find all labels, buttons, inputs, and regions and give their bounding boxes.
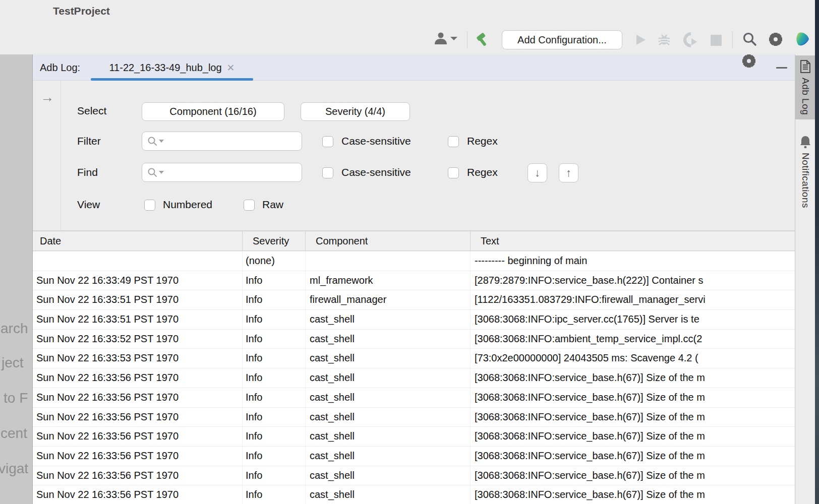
table-row[interactable]: Sun Nov 22 16:33:52 PST 1970Infocast_she… bbox=[33, 330, 795, 349]
stop-icon[interactable] bbox=[710, 34, 722, 46]
filter-input[interactable] bbox=[165, 132, 302, 150]
cell-severity: Info bbox=[243, 447, 306, 466]
cell-component: cast_shell bbox=[306, 485, 471, 504]
profiler-icon[interactable] bbox=[683, 32, 698, 47]
component-filter-button[interactable]: Component (16/16) bbox=[142, 102, 284, 121]
cell-text: [1122/163351.083729:INFO:firewall_manage… bbox=[471, 290, 795, 309]
cell-text: [2879:2879:INFO:service_base.h(222)] Con… bbox=[471, 271, 795, 290]
filter-regex-checkbox[interactable] bbox=[448, 136, 459, 147]
filter-label: Filter bbox=[77, 135, 101, 147]
search-icon bbox=[147, 167, 157, 177]
background-window-strip: arch ject to F cent vigat bbox=[0, 54, 32, 504]
cell-severity: Info bbox=[243, 427, 306, 446]
background-text-fragment: vigat bbox=[0, 461, 28, 477]
cell-severity: Info bbox=[243, 485, 306, 504]
tool-window-label: Adb Log: bbox=[40, 54, 80, 81]
cell-date: Sun Nov 22 16:33:56 PST 1970 bbox=[33, 408, 243, 427]
column-header-date[interactable]: Date bbox=[33, 231, 243, 250]
find-previous-button[interactable]: ↑ bbox=[559, 163, 578, 182]
severity-filter-button[interactable]: Severity (4/4) bbox=[301, 102, 410, 121]
cell-severity: Info bbox=[243, 466, 306, 485]
column-header-text[interactable]: Text bbox=[471, 231, 795, 250]
minimize-icon[interactable] bbox=[776, 67, 787, 69]
collapse-arrow-icon[interactable]: → bbox=[40, 90, 54, 105]
search-everywhere-icon[interactable] bbox=[742, 32, 757, 47]
table-row[interactable]: Sun Nov 22 16:33:56 PST 1970Infocast_she… bbox=[33, 485, 795, 504]
cell-text: [3068:3068:INFO:service_base.h(67)] Size… bbox=[471, 408, 795, 427]
find-regex-label: Regex bbox=[467, 166, 498, 178]
filter-regex-label: Regex bbox=[467, 135, 498, 147]
select-label: Select bbox=[77, 105, 106, 117]
raw-label: Raw bbox=[262, 199, 283, 211]
cell-severity: (none) bbox=[243, 251, 306, 271]
cell-component bbox=[306, 251, 471, 271]
cell-date: Sun Nov 22 16:33:56 PST 1970 bbox=[33, 447, 243, 466]
find-regex-checkbox[interactable] bbox=[448, 167, 459, 178]
table-row[interactable]: Sun Nov 22 16:33:53 PST 1970Infocast_she… bbox=[33, 349, 795, 368]
toolbar-separator bbox=[467, 31, 467, 48]
table-row[interactable]: Sun Nov 22 16:33:56 PST 1970Infocast_she… bbox=[33, 427, 795, 447]
cell-date: Sun Nov 22 16:33:56 PST 1970 bbox=[33, 368, 243, 388]
bell-icon bbox=[799, 135, 811, 148]
table-row[interactable]: Sun Nov 22 16:33:56 PST 1970Infocast_she… bbox=[33, 388, 795, 408]
stripe-item-adb-log[interactable]: Adb Log bbox=[795, 55, 815, 119]
cell-component: cast_shell bbox=[306, 408, 471, 427]
cell-text: [3068:3068:INFO:service_base.h(67)] Size… bbox=[471, 466, 795, 485]
build-hammer-icon[interactable] bbox=[475, 31, 491, 47]
user-dropdown-caret-icon[interactable] bbox=[450, 37, 457, 40]
tab-close-icon[interactable]: ✕ bbox=[227, 62, 235, 74]
find-case-sensitive-checkbox[interactable] bbox=[322, 167, 333, 178]
window-title: TestProject bbox=[53, 5, 110, 17]
run-icon[interactable] bbox=[634, 33, 647, 46]
background-text-fragment: arch bbox=[1, 321, 28, 337]
filter-case-sensitive-checkbox[interactable] bbox=[322, 136, 333, 147]
filter-search-field[interactable] bbox=[142, 132, 302, 151]
add-configuration-button[interactable]: Add Configuration... bbox=[502, 30, 622, 49]
user-profile-icon[interactable] bbox=[433, 31, 448, 45]
cell-component: cast_shell bbox=[306, 330, 471, 349]
cell-component: cast_shell bbox=[306, 466, 471, 485]
title-bar: TestProject Add Configuration... bbox=[0, 0, 815, 54]
find-input[interactable] bbox=[165, 163, 302, 181]
search-history-caret-icon[interactable] bbox=[159, 140, 164, 143]
cell-date: Sun Nov 22 16:33:56 PST 1970 bbox=[33, 427, 243, 446]
panel-gutter: → bbox=[33, 81, 61, 230]
log-file-tab[interactable]: 11-22_16-33-49_hub_log ✕ bbox=[91, 54, 253, 81]
cell-component: firewall_manager bbox=[306, 290, 471, 309]
cell-component: cast_shell bbox=[306, 310, 471, 329]
document-icon bbox=[800, 60, 811, 73]
cell-severity: Info bbox=[243, 310, 306, 329]
table-row[interactable]: (none)--------- beginning of main bbox=[33, 251, 795, 271]
table-row[interactable]: Sun Nov 22 16:33:49 PST 1970Infoml_frame… bbox=[33, 271, 795, 291]
cell-text: [3068:3068:INFO:service_base.h(67)] Size… bbox=[471, 388, 795, 407]
cell-severity: Info bbox=[243, 408, 306, 427]
tab-title: 11-22_16-33-49_hub_log bbox=[109, 62, 221, 74]
settings-gear-icon[interactable] bbox=[769, 33, 782, 46]
table-row[interactable]: Sun Nov 22 16:33:56 PST 1970Infocast_she… bbox=[33, 466, 795, 486]
table-row[interactable]: Sun Nov 22 16:33:56 PST 1970Infocast_she… bbox=[33, 408, 795, 427]
stripe-item-notifications[interactable]: Notifications bbox=[795, 131, 815, 213]
table-row[interactable]: Sun Nov 22 16:33:56 PST 1970Infocast_she… bbox=[33, 368, 795, 388]
cell-severity: Info bbox=[243, 349, 306, 368]
numbered-label: Numbered bbox=[163, 199, 212, 211]
plugin-logo-icon[interactable] bbox=[794, 31, 810, 47]
find-search-field[interactable] bbox=[142, 163, 302, 182]
numbered-checkbox[interactable] bbox=[144, 200, 155, 211]
table-row[interactable]: Sun Nov 22 16:33:56 PST 1970Infocast_she… bbox=[33, 447, 795, 466]
adb-log-tool-window: Adb Log: 11-22_16-33-49_hub_log ✕ → Sele… bbox=[32, 54, 795, 504]
find-next-button[interactable]: ↓ bbox=[528, 163, 547, 182]
column-header-component[interactable]: Component bbox=[306, 231, 471, 250]
search-icon bbox=[147, 136, 157, 146]
table-row[interactable]: Sun Nov 22 16:33:51 PST 1970Infocast_she… bbox=[33, 310, 795, 330]
table-row[interactable]: Sun Nov 22 16:33:51 PST 1970Infofirewall… bbox=[33, 290, 795, 310]
cell-component: cast_shell bbox=[306, 368, 471, 388]
debug-icon[interactable] bbox=[657, 32, 671, 46]
column-header-severity[interactable]: Severity bbox=[243, 231, 306, 250]
raw-checkbox[interactable] bbox=[244, 200, 255, 211]
log-table-header: Date Severity Component Text bbox=[33, 231, 795, 251]
cell-severity: Info bbox=[243, 330, 306, 349]
toolbar-separator bbox=[732, 31, 733, 48]
cell-text: [3068:3068:INFO:ambient_temp_service_imp… bbox=[471, 330, 795, 349]
search-history-caret-icon[interactable] bbox=[159, 171, 164, 174]
cell-date: Sun Nov 22 16:33:49 PST 1970 bbox=[33, 271, 243, 290]
